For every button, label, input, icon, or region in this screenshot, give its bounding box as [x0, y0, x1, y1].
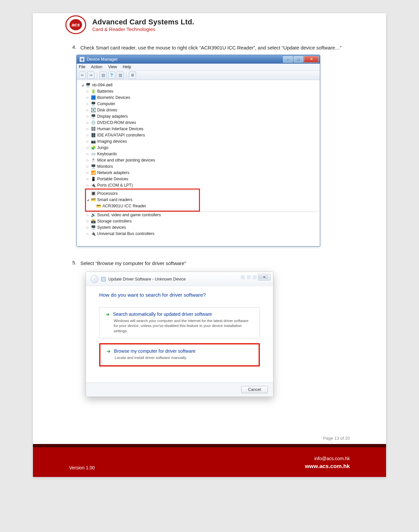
tree-node[interactable]: Monitors [97, 164, 113, 169]
tree-node[interactable]: Keyboards [97, 152, 117, 156]
batteries-icon: 🔋 [91, 89, 96, 94]
device-manager-window: ▣ Device Manager – □ ✕ File Action View … [76, 55, 320, 247]
tree-node[interactable]: Processors [97, 191, 118, 196]
update-driver-wizard: ‹ Update Driver Software - Unknown Devic… [86, 272, 273, 397]
footer-red-bar: Version 1.00 info@acs.com.hk www.acs.com… [33, 447, 386, 477]
tree-node[interactable]: Jungo [97, 145, 108, 150]
usb-icon: 🔌 [91, 231, 96, 236]
toolbar: ⇐ ⇒ ▤ ? ▥ 🖥 [77, 71, 320, 80]
scan-button[interactable]: ▥ [117, 72, 124, 79]
nav-forward-button[interactable]: ⇒ [87, 72, 95, 79]
step-4-number: 4. [67, 44, 76, 51]
tree-node[interactable]: System devices [97, 225, 126, 230]
display-icon: 🖥️ [91, 114, 96, 119]
highlighted-tree-section: 🔳Processors ◢💳Smart card readers 💳ACR390… [85, 189, 200, 212]
company-tagline: Card & Reader Technologies [92, 26, 194, 32]
option1-title: Search automatically for updated driver … [113, 311, 212, 317]
monitor-icon: 🖥️ [91, 164, 96, 169]
hid-icon: 🎛️ [91, 126, 96, 132]
tree-node[interactable]: Imaging devices [97, 139, 127, 144]
jungo-icon: 🧩 [91, 145, 96, 150]
storage-icon: 🗃️ [91, 219, 96, 224]
maximize-button[interactable]: □ [293, 56, 303, 63]
option1-subtitle: Windows will search your computer and th… [114, 318, 254, 334]
tree-root[interactable]: nb-094-dell [92, 83, 113, 87]
device-manager-icon: ▣ [79, 57, 85, 62]
menubar: File Action View Help [77, 64, 320, 71]
sound-icon: 🔊 [91, 212, 96, 218]
company-header: acs Advanced Card Systems Ltd. Card & Re… [33, 13, 386, 38]
tree-node[interactable]: IDE ATA/ATAPI controllers [97, 133, 145, 137]
nav-back-button[interactable]: ⇐ [79, 72, 86, 79]
biometric-icon: 🟦 [91, 95, 96, 100]
option2-subtitle: Locate and install driver software manua… [115, 355, 253, 361]
portable-icon: 📱 [91, 176, 96, 182]
acs-logo-icon: acs [64, 15, 88, 35]
tree-node[interactable]: DVD/CD-ROM drives [97, 120, 136, 125]
properties-button[interactable]: ▤ [99, 72, 107, 79]
wizard-title: Update Driver Software - Unknown Device [108, 277, 186, 281]
footer-dark-stripe [33, 444, 386, 447]
processor-icon: 🔳 [91, 191, 96, 196]
tree-node[interactable]: Biometric Devices [97, 95, 130, 100]
smartcard-readers-icon: 💳 [91, 197, 96, 202]
tree-node[interactable]: Human Interface Devices [97, 127, 143, 131]
update-driver-button[interactable]: 🖥 [129, 72, 136, 79]
tree-node[interactable]: Sound, video and game controllers [97, 213, 161, 217]
cancel-button[interactable]: Cancel [241, 386, 268, 393]
svg-text:acs: acs [71, 22, 80, 27]
tree-node[interactable]: Network adapters [97, 170, 129, 175]
ports-icon: 🔌 [91, 183, 96, 188]
background-decoration [241, 275, 268, 279]
option-browse-computer[interactable]: ➜ Browse my computer for driver software… [99, 343, 260, 367]
footer-email: info@acs.com.hk [305, 455, 350, 462]
tree-node[interactable]: Ports (COM & LPT) [97, 183, 133, 188]
tree-node[interactable]: Display adapters [97, 114, 128, 119]
device-tree[interactable]: ◢ 🖥️ nb-094-dell ▷🔋Batteries ▷🟦Biometric… [77, 80, 320, 246]
version-label: Version 1.00 [69, 465, 95, 470]
keyboard-icon: ⌨️ [91, 151, 96, 157]
disk-icon: 💽 [91, 107, 96, 113]
tree-node-acr3901u[interactable]: ACR3901U ICC Reader [102, 204, 146, 208]
option-search-automatically[interactable]: ➜ Search automatically for updated drive… [99, 307, 260, 339]
menu-file[interactable]: File [79, 65, 85, 69]
wizard-back-button[interactable]: ‹ [91, 275, 98, 283]
company-name-block: Advanced Card Systems Ltd. Card & Reader… [92, 18, 194, 32]
dvd-icon: 💿 [91, 120, 96, 125]
network-icon: 📶 [91, 170, 96, 175]
tree-node[interactable]: Batteries [97, 89, 113, 94]
tree-node-smartcard[interactable]: Smart card readers [97, 197, 132, 202]
window-title: Device Manager [87, 57, 282, 62]
computer-root-icon: 🖥️ [85, 82, 91, 88]
page-number: Page 13 of 20 [33, 416, 386, 444]
tree-node[interactable]: Disk drives [97, 108, 117, 112]
titlebar[interactable]: ▣ Device Manager – □ ✕ [77, 55, 320, 64]
menu-action[interactable]: Action [91, 65, 102, 69]
acr3901u-icon: 💳 [96, 203, 101, 209]
footer-site: www.acs.com.hk [305, 462, 350, 471]
step-5-text: Select “Browse my computer for driver so… [80, 260, 352, 267]
tree-node[interactable]: Storage controllers [97, 219, 132, 223]
menu-view[interactable]: View [108, 65, 117, 69]
step-4-text: Check Smart card reader, use the mouse t… [80, 44, 352, 51]
computer-icon: 🖥️ [91, 101, 96, 106]
menu-help[interactable]: Help [123, 65, 131, 69]
tree-node[interactable]: Universal Serial Bus controllers [97, 231, 154, 236]
collapse-icon[interactable]: ◢ [81, 83, 84, 87]
ide-icon: 🗄️ [91, 133, 96, 138]
step-5-number: 5. [67, 260, 76, 267]
arrow-right-icon: ➜ [105, 311, 110, 317]
wizard-icon [101, 277, 106, 281]
system-icon: 🖥️ [91, 225, 96, 230]
close-button[interactable]: ✕ [304, 56, 319, 63]
minimize-button[interactable]: – [283, 56, 293, 63]
help-button[interactable]: ? [108, 72, 115, 79]
tree-node[interactable]: Portable Devices [97, 177, 128, 181]
company-name: Advanced Card Systems Ltd. [92, 18, 194, 26]
arrow-right-icon: ➜ [106, 348, 111, 354]
mouse-icon: 🖱️ [91, 158, 96, 163]
tree-node[interactable]: Computer [97, 102, 115, 106]
imaging-icon: 📷 [91, 139, 96, 144]
option2-title: Browse my computer for driver software [114, 348, 195, 354]
tree-node[interactable]: Mice and other pointing devices [97, 158, 155, 163]
